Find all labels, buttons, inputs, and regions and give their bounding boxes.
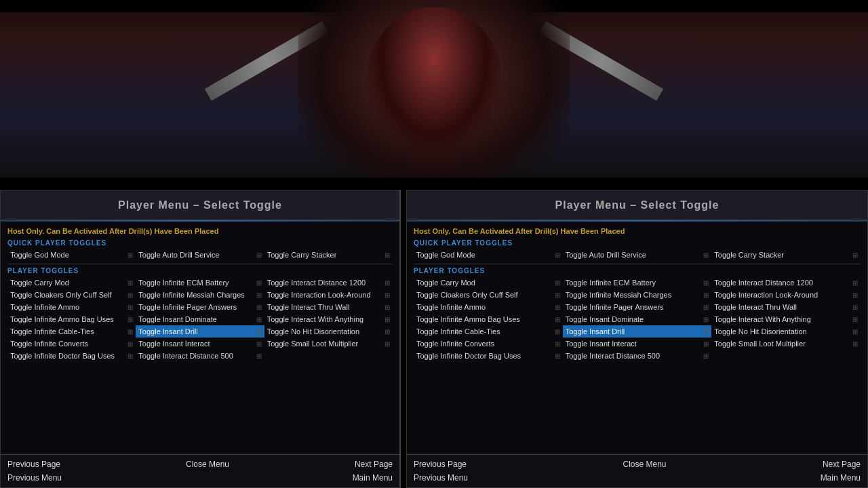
right-panel-footer: Previous Page Close Menu Next Page Previ… bbox=[407, 454, 867, 487]
panel-0-toggle-2[interactable]: Toggle Interact Distance 1200⊞ bbox=[264, 277, 393, 289]
panel-1-toggle-17[interactable]: Toggle Small Loot Multiplier⊞ bbox=[711, 338, 861, 350]
game-bottom-bar bbox=[0, 178, 868, 190]
panel-0-toggle-name-15: Toggle Infinite Converts bbox=[10, 340, 126, 348]
panel-1-toggle-icon-13: ⊞ bbox=[703, 328, 709, 336]
left-quick-toggles-label: QUICK PLAYER TOGGLES bbox=[7, 239, 393, 247]
panel-0-toggle-1[interactable]: Toggle Infinite ECM Battery⊞ bbox=[136, 277, 264, 289]
left-panel-content: Host Only. Can Be Activated After Drill(… bbox=[1, 222, 399, 454]
panel-1-toggle-1[interactable]: Toggle Infinite ECM Battery⊞ bbox=[563, 277, 712, 289]
panel-1-toggle-15[interactable]: Toggle Infinite Converts⊞ bbox=[414, 338, 563, 350]
panel-1-toggle-name-8: Toggle Interact Thru Wall bbox=[714, 303, 851, 311]
right-player-toggles-grid: Toggle Carry Mod⊞Toggle Infinite ECM Bat… bbox=[414, 277, 861, 362]
panel-1-toggle-3[interactable]: Toggle Cloakers Only Cuff Self⊞ bbox=[414, 289, 563, 301]
panel-1-toggle-icon-6: ⊞ bbox=[555, 304, 560, 311]
panel-0-toggle-18[interactable]: Toggle Infinite Doctor Bag Uses⊞ bbox=[7, 350, 136, 362]
panel-1-toggle-14[interactable]: Toggle No Hit Disorientation⊞ bbox=[711, 325, 861, 338]
panel-1-toggle-13[interactable]: Toggle Insant Drill⊞ bbox=[563, 325, 712, 338]
panel-0-toggle-7[interactable]: Toggle Infinite Pager Answers⊞ bbox=[136, 301, 264, 313]
panel-0-toggle-icon-3: ⊞ bbox=[127, 291, 133, 299]
left-close-menu-btn[interactable]: Close Menu bbox=[186, 460, 229, 469]
panel-0-toggle-icon-5: ⊞ bbox=[384, 291, 390, 299]
right-quick-toggle-0[interactable]: Toggle God Mode ⊞ bbox=[414, 249, 563, 261]
panel-1-toggle-name-5: Toggle Interaction Look-Around bbox=[714, 291, 851, 299]
left-next-page-btn[interactable]: Next Page bbox=[355, 460, 393, 469]
right-footer-row2: Previous Menu Main Menu bbox=[414, 471, 861, 485]
panel-0-toggle-4[interactable]: Toggle Infinite Messiah Charges⊞ bbox=[136, 289, 264, 301]
panel-1-toggle-4[interactable]: Toggle Infinite Messiah Charges⊞ bbox=[563, 289, 712, 301]
panel-0-toggle-19[interactable]: Toggle Interact Distance 500⊞ bbox=[136, 350, 264, 362]
panel-0-toggle-name-1: Toggle Infinite ECM Battery bbox=[138, 279, 254, 287]
right-prev-page-btn[interactable]: Previous Page bbox=[414, 460, 467, 469]
panel-1-toggle-icon-17: ⊞ bbox=[852, 340, 858, 348]
panel-0-toggle-10[interactable]: Toggle Insant Dominate⊞ bbox=[136, 313, 264, 325]
panel-1-toggle-icon-5: ⊞ bbox=[852, 291, 858, 299]
panel-0-toggle-icon-2: ⊞ bbox=[384, 279, 390, 287]
game-background bbox=[0, 0, 868, 190]
right-quick-toggle-1[interactable]: Toggle Auto Drill Service ⊞ bbox=[563, 249, 712, 261]
left-footer-row2: Previous Menu Main Menu bbox=[7, 471, 393, 485]
right-quick-toggle-2[interactable]: Toggle Carry Stacker ⊞ bbox=[711, 249, 861, 261]
panel-1-toggle-2[interactable]: Toggle Interact Distance 1200⊞ bbox=[711, 277, 861, 289]
left-prev-menu-btn[interactable]: Previous Menu bbox=[7, 473, 62, 483]
panel-1-toggle-10[interactable]: Toggle Insant Dominate⊞ bbox=[563, 313, 712, 325]
panel-1-toggle-name-17: Toggle Small Loot Multiplier bbox=[714, 340, 851, 348]
panel-1-toggle-icon-19: ⊞ bbox=[703, 352, 709, 360]
panel-0-toggle-name-9: Toggle Infinite Ammo Bag Uses bbox=[10, 315, 126, 323]
right-main-menu-btn[interactable]: Main Menu bbox=[821, 473, 861, 483]
panel-0-toggle-11[interactable]: Toggle Interact With Anything⊞ bbox=[264, 313, 393, 325]
panel-0-toggle-icon-19: ⊞ bbox=[256, 352, 262, 360]
panel-0-toggle-16[interactable]: Toggle Insant Interact⊞ bbox=[136, 338, 264, 350]
left-footer-row1: Previous Page Close Menu Next Page bbox=[7, 458, 393, 471]
panel-1-toggle-12[interactable]: Toggle Infinite Cable-Ties⊞ bbox=[414, 325, 563, 338]
panel-0-toggle-3[interactable]: Toggle Cloakers Only Cuff Self⊞ bbox=[7, 289, 136, 301]
panel-1-toggle-7[interactable]: Toggle Infinite Pager Answers⊞ bbox=[563, 301, 712, 313]
panel-0-toggle-name-19: Toggle Interact Distance 500 bbox=[138, 352, 254, 360]
panel-0-toggle-17[interactable]: Toggle Small Loot Multiplier⊞ bbox=[264, 338, 393, 350]
left-quick-toggle-1[interactable]: Toggle Auto Drill Service ⊞ bbox=[136, 249, 264, 261]
right-close-menu-btn[interactable]: Close Menu bbox=[623, 460, 666, 469]
panel-1-toggle-icon-14: ⊞ bbox=[852, 328, 858, 336]
left-main-menu-btn[interactable]: Main Menu bbox=[353, 473, 393, 483]
right-prev-menu-btn[interactable]: Previous Menu bbox=[414, 473, 468, 483]
panel-0-toggle-icon-14: ⊞ bbox=[384, 328, 390, 336]
panel-0-toggle-5[interactable]: Toggle Interaction Look-Around⊞ bbox=[264, 289, 393, 301]
panel-0-toggle-8[interactable]: Toggle Interact Thru Wall⊞ bbox=[264, 301, 393, 313]
left-prev-page-btn[interactable]: Previous Page bbox=[7, 460, 60, 469]
panel-1-toggle-6[interactable]: Toggle Infinite Ammo⊞ bbox=[414, 301, 563, 313]
panel-1-toggle-8[interactable]: Toggle Interact Thru Wall⊞ bbox=[711, 301, 861, 313]
panel-1-toggle-20[interactable] bbox=[711, 350, 861, 362]
panel-0-toggle-icon-10: ⊞ bbox=[256, 316, 262, 323]
panel-1-toggle-icon-11: ⊞ bbox=[852, 316, 858, 323]
panel-0-toggle-0[interactable]: Toggle Carry Mod⊞ bbox=[7, 277, 136, 289]
right-panel-content: Host Only. Can Be Activated After Drill(… bbox=[407, 222, 867, 454]
panel-0-toggle-15[interactable]: Toggle Infinite Converts⊞ bbox=[7, 338, 136, 350]
character-figure bbox=[298, 0, 570, 190]
toggle-icon-0: ⊞ bbox=[127, 251, 133, 259]
panel-0-toggle-9[interactable]: Toggle Infinite Ammo Bag Uses⊞ bbox=[7, 313, 136, 325]
panel-0-toggle-20[interactable] bbox=[264, 350, 393, 362]
panel-1-toggle-0[interactable]: Toggle Carry Mod⊞ bbox=[414, 277, 563, 289]
panel-1-toggle-19[interactable]: Toggle Interact Distance 500⊞ bbox=[563, 350, 712, 362]
panel-1-toggle-5[interactable]: Toggle Interaction Look-Around⊞ bbox=[711, 289, 861, 301]
panel-1-toggle-name-19: Toggle Interact Distance 500 bbox=[566, 352, 703, 360]
panel-0-toggle-icon-11: ⊞ bbox=[384, 316, 390, 323]
right-player-toggles-label: PLAYER TOGGLES bbox=[414, 267, 861, 274]
panel-0-toggle-6[interactable]: Toggle Infinite Ammo⊞ bbox=[7, 301, 136, 313]
panel-1-toggle-name-10: Toggle Insant Dominate bbox=[566, 315, 703, 323]
panel-1-toggle-icon-10: ⊞ bbox=[703, 316, 709, 323]
panel-1-toggle-icon-3: ⊞ bbox=[555, 291, 560, 299]
right-next-page-btn[interactable]: Next Page bbox=[823, 460, 861, 469]
panel-1-toggle-16[interactable]: Toggle Insant Interact⊞ bbox=[563, 338, 712, 350]
panel-0-toggle-icon-1: ⊞ bbox=[256, 279, 262, 287]
panel-0-toggle-name-14: Toggle No Hit Disorientation bbox=[267, 327, 383, 336]
panel-1-toggle-name-2: Toggle Interact Distance 1200 bbox=[714, 279, 851, 287]
panel-1-toggle-11[interactable]: Toggle Interact With Anything⊞ bbox=[711, 313, 861, 325]
panel-0-toggle-14[interactable]: Toggle No Hit Disorientation⊞ bbox=[264, 325, 393, 338]
left-quick-toggle-0[interactable]: Toggle God Mode ⊞ bbox=[7, 249, 136, 261]
panel-1-toggle-9[interactable]: Toggle Infinite Ammo Bag Uses⊞ bbox=[414, 313, 563, 325]
panel-1-toggle-18[interactable]: Toggle Infinite Doctor Bag Uses⊞ bbox=[414, 350, 563, 362]
left-quick-toggle-2[interactable]: Toggle Carry Stacker ⊞ bbox=[264, 249, 393, 261]
panel-0-toggle-13[interactable]: Toggle Insant Drill⊞ bbox=[136, 325, 264, 338]
panel-1-toggle-icon-4: ⊞ bbox=[703, 291, 709, 299]
panel-0-toggle-12[interactable]: Toggle Infinite Cable-Ties⊞ bbox=[7, 325, 136, 338]
